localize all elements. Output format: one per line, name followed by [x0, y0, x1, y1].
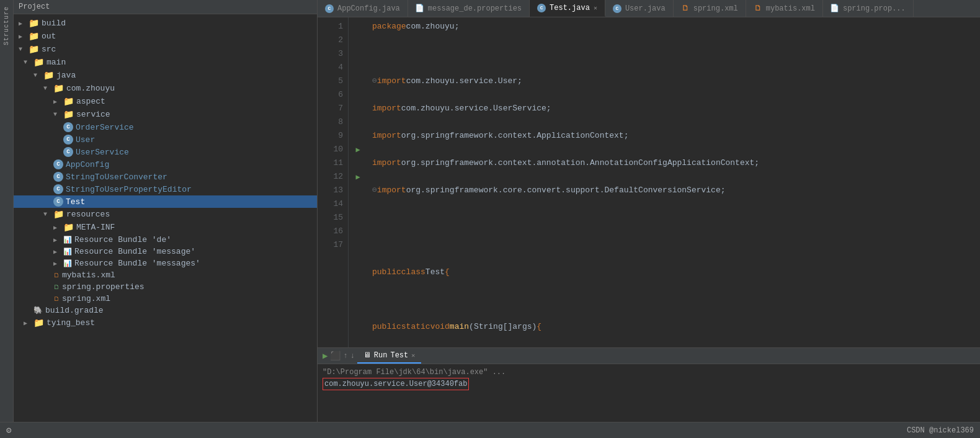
tab-close-test[interactable]: ✕ [594, 4, 597, 12]
gutter-10[interactable]: ▶ [351, 143, 365, 156]
code-line-6: import org.springframework.context.annot… [372, 156, 975, 170]
gutter-15 [351, 211, 365, 225]
tab-label-mybatisxml: mybatis.xml [766, 4, 815, 13]
folder-icon-service: 📁 [63, 109, 74, 120]
console-line-2: com.zhouyu.service.User@34340fab [323, 378, 975, 390]
run-arrow-12[interactable]: ▶ [355, 172, 360, 182]
code-line-9 [372, 238, 975, 252]
label-resources: resources [66, 210, 110, 219]
tree-item-resources[interactable]: ▼ 📁 resources [14, 208, 317, 221]
arrow-tyingbest: ▶ [24, 320, 31, 327]
bottom-tab-run[interactable]: 🖥 Run Test ✕ [357, 348, 421, 364]
arrow-bundle-messages: ▶ [53, 260, 61, 267]
arrow-java: ▼ [33, 72, 41, 79]
label-userservice: UserService [76, 148, 129, 157]
tree-item-appconfig[interactable]: C AppConfig [14, 158, 317, 171]
tree-item-stringtouserpropertyeditor[interactable]: C StringToUserPropertyEditor [14, 183, 317, 195]
label-stupe: StringToUserPropertyEditor [66, 185, 192, 194]
tree-item-springprops[interactable]: 🗋 spring.properties [14, 281, 317, 293]
arrow-bundle-de: ▶ [53, 236, 61, 244]
class-icon-appconfig: C [53, 159, 63, 169]
gutter-14 [351, 197, 365, 211]
label-springxml: spring.xml [62, 294, 110, 303]
tab-springprop[interactable]: 📄 spring.prop... [823, 0, 914, 17]
label-java: java [56, 71, 76, 80]
tree-item-bundle-messages[interactable]: ▶ 📊 Resource Bundle 'messages' [14, 257, 317, 269]
tree-item-build[interactable]: ▶ 📁 build [14, 17, 317, 30]
gradle-icon: 🐘 [33, 306, 43, 315]
tab-test[interactable]: C Test.java ✕ [530, 0, 605, 17]
tree-item-userservice[interactable]: C UserService [14, 146, 317, 158]
tree-item-bundle-de[interactable]: ▶ 📊 Resource Bundle 'de' [14, 234, 317, 246]
tab-message-de[interactable]: 📄 message_de.properties [408, 0, 530, 17]
tree-item-aspect[interactable]: ▶ 📁 aspect [14, 95, 317, 108]
tree-item-stringtouserconverter[interactable]: C StringToUserConverter [14, 171, 317, 183]
status-bar: ⚙ CSDN @nickel369 [0, 422, 980, 438]
tab-bar: C AppConfig.java 📄 message_de.properties… [318, 0, 980, 17]
arrow-out: ▶ [19, 33, 26, 40]
tree-item-comzhouyu[interactable]: ▼ 📁 com.zhouyu [14, 82, 317, 95]
gutter-9 [351, 129, 365, 143]
tree-item-orderservice[interactable]: C OrderService [14, 121, 317, 133]
code-content[interactable]: package com.zhouyu; ⊖import com.zhouyu.s… [367, 17, 980, 347]
run-tab-close[interactable]: ✕ [411, 352, 415, 359]
project-tree[interactable]: ▶ 📁 build ▶ 📁 out ▼ 📁 src ▼ 📁 main [14, 14, 317, 422]
tree-item-test[interactable]: C Test [14, 195, 317, 208]
project-label: Project [19, 2, 50, 11]
run-arrow-10[interactable]: ▶ [355, 145, 360, 154]
stop-icon[interactable]: ⬛ [330, 351, 341, 361]
bundle-icon-messages: 📊 [63, 259, 72, 267]
label-metainf: META-INF [76, 223, 115, 232]
tab-springxml[interactable]: 🗋 spring.xml [674, 0, 746, 17]
structure-label[interactable]: Structure [3, 6, 10, 45]
xml-icon-mybatis: 🗋 [53, 272, 60, 279]
settings-icon[interactable]: ⚙ [6, 425, 11, 436]
tree-item-src[interactable]: ▼ 📁 src [14, 43, 317, 56]
label-tyingbest: tying_best [47, 318, 95, 328]
tree-item-java[interactable]: ▼ 📁 java [14, 69, 317, 82]
line-gutter: ▶ ▶ [349, 17, 367, 347]
scroll-up-icon[interactable]: ↑ [343, 352, 347, 360]
tree-item-bundle-message[interactable]: ▶ 📊 Resource Bundle 'message' [14, 246, 317, 257]
run-icon[interactable]: ▶ [323, 351, 327, 361]
gutter-11 [351, 156, 365, 170]
console-output: "D:\Program File\jdk\64\bin\java.exe" ..… [318, 364, 980, 422]
folder-icon-out: 📁 [29, 31, 39, 42]
gutter-2 [351, 34, 365, 47]
tab-icon-appconfig: C [325, 4, 334, 13]
tab-label-user: User.java [625, 4, 666, 13]
code-line-8 [372, 211, 975, 225]
bottom-tabs: ▶ ⬛ ↑ ↓ 🖥 Run Test ✕ [318, 348, 980, 364]
tree-item-out[interactable]: ▶ 📁 out [14, 30, 317, 43]
label-bundle-message: Resource Bundle 'message' [74, 247, 195, 256]
main-area: Structure Project ▶ 📁 build ▶ 📁 out ▼ 📁 [0, 0, 980, 422]
class-icon-user: C [63, 135, 73, 145]
run-toolbar: ▶ ⬛ ↑ ↓ [323, 351, 355, 361]
tree-item-springxml[interactable]: 🗋 spring.xml [14, 293, 317, 305]
tab-user[interactable]: C User.java [605, 0, 674, 17]
code-editor[interactable]: 1 2 3 4 5 6 7 8 9 10 11 12 13 14 15 16 1… [318, 17, 980, 347]
gutter-3 [351, 47, 365, 61]
class-icon-orderservice: C [63, 122, 73, 132]
label-orderservice: OrderService [76, 123, 134, 132]
bundle-icon-message: 📊 [63, 248, 72, 256]
tree-item-user[interactable]: C User [14, 133, 317, 146]
gutter-13 [351, 184, 365, 197]
scroll-down-icon[interactable]: ↓ [350, 352, 355, 360]
folder-icon-main: 📁 [33, 57, 44, 68]
line-numbers: 1 2 3 4 5 6 7 8 9 10 11 12 13 14 15 16 1… [318, 17, 349, 347]
tree-item-mybatis[interactable]: 🗋 mybatis.xml [14, 269, 317, 281]
label-aspect: aspect [76, 97, 105, 106]
code-line-11 [372, 293, 975, 306]
tree-item-main[interactable]: ▼ 📁 main [14, 56, 317, 69]
tree-item-buildgradle[interactable]: 🐘 build.gradle [14, 305, 317, 316]
gutter-12[interactable]: ▶ [351, 170, 365, 184]
tab-mybatisxml[interactable]: 🗋 mybatis.xml [746, 0, 823, 17]
status-left: ⚙ [6, 425, 11, 436]
tree-item-tyingbest[interactable]: ▶ 📁 tying_best [14, 316, 317, 329]
tree-item-metainf[interactable]: ▶ 📁 META-INF [14, 221, 317, 234]
code-line-2 [372, 47, 975, 61]
tree-item-service[interactable]: ▼ 📁 service [14, 108, 317, 121]
tab-appconfig[interactable]: C AppConfig.java [318, 0, 408, 17]
props-icon-spring: 🗋 [53, 284, 60, 291]
